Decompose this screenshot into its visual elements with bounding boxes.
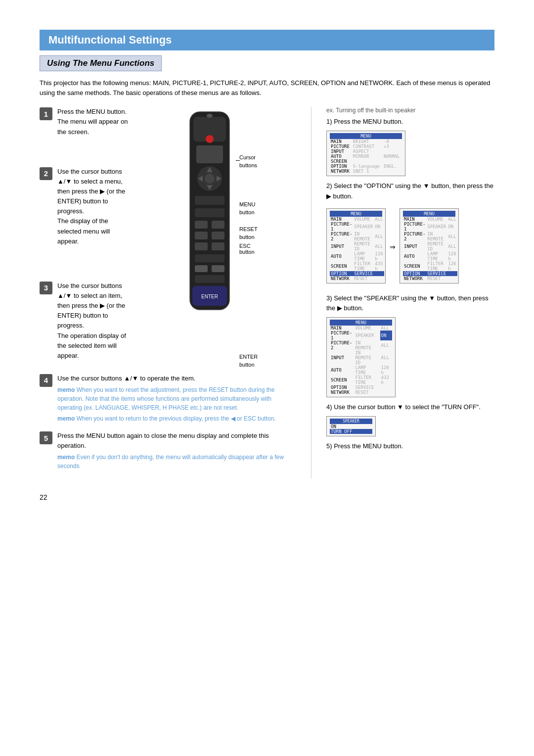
svg-rect-14: [212, 221, 224, 229]
right-step-3: 3) Select the "SPEAKER" using the ▼ butt…: [326, 293, 494, 313]
right-step-2: 2) Select the "OPTION" using the ▼ butto…: [326, 181, 494, 201]
step-5-text: Press the MENU button again to close the…: [57, 431, 296, 471]
right-step-5-num: 5): [326, 442, 334, 450]
right-step-3-num: 3): [326, 294, 334, 302]
step-5-memo: memo Even if you don't do anything, the …: [57, 453, 296, 471]
mini-menu-3: MENU MAINVOLUMEALL PICTURE-1SPEAKERON PI…: [326, 317, 396, 397]
svg-text:ENTER: ENTER: [201, 294, 218, 299]
mini-menu-4: SPEAKER ON TURN OFF: [326, 416, 376, 436]
step-2-text: Use the cursor buttons▲/▼ to select a me…: [57, 167, 178, 246]
svg-rect-12: [195, 208, 224, 217]
step-4-text: Use the cursor buttons ▲/▼ to operate th…: [57, 374, 296, 423]
svg-rect-21: [212, 265, 224, 272]
right-column: ex. Turning off the built-in speaker 1) …: [326, 107, 494, 478]
example-title: ex. Turning off the built-in speaker: [326, 107, 494, 114]
svg-rect-15: [195, 232, 208, 239]
step-5-row: 5 Press the MENU button again to close t…: [40, 431, 296, 471]
svg-rect-13: [195, 221, 208, 229]
mini-menu-2-row: MENU MAINVOLUMEALL PICTURE-1SPEAKERON PI…: [326, 205, 494, 288]
vertical-divider: [311, 107, 312, 478]
svg-rect-17: [195, 242, 208, 250]
step-2-row: 2 Use the cursor buttons▲/▼ to select a …: [40, 167, 178, 246]
step-1-number: 1: [40, 107, 52, 120]
right-step-4: 4) Use the cursor button ▼ to select the…: [326, 402, 494, 412]
step-4-row: 4 Use the cursor buttons ▲/▼ to operate …: [40, 374, 296, 423]
step-1-row: 1 Press the MENU button.The menu will ap…: [40, 107, 178, 137]
svg-point-2: [207, 114, 213, 118]
cursor-line: [236, 160, 240, 161]
svg-rect-3: [196, 145, 223, 163]
mini-menu-2b: MENU MAINVOLUMEALL PICTURE-1SPEAKERON PI…: [400, 208, 459, 284]
remote-control-area: ENTER Cursorbuttons MENUbutton RESETbutt…: [182, 107, 296, 369]
step-3-number: 3: [40, 282, 52, 294]
remote-control-svg: ENTER: [182, 107, 237, 315]
left-column: 1 Press the MENU button.The menu will ap…: [40, 107, 296, 478]
step-5-number: 5: [40, 431, 52, 444]
svg-rect-20: [195, 265, 208, 272]
step-3-text: Use the cursor buttons▲/▼ to select an i…: [57, 281, 178, 361]
svg-rect-22: [195, 275, 224, 283]
section-title: Multifunctional Settings: [40, 30, 494, 50]
svg-point-10: [205, 174, 215, 184]
mini-menu-2a: MENU MAINVOLUMEALL PICTURE-1SPEAKERON PI…: [326, 208, 386, 284]
right-step-4-num: 4): [326, 403, 334, 411]
mini-menu-1: MENU MAINBRIGHT-0 PICTURECONTRAST+3 INPU…: [326, 131, 405, 176]
right-step-1-num: 1): [326, 118, 334, 125]
step-3-row: 3 Use the cursor buttons▲/▼ to select an…: [40, 281, 178, 361]
steps-list: 1 Press the MENU button.The menu will ap…: [40, 107, 178, 369]
intro-text: This projector has the following menus: …: [40, 78, 494, 98]
svg-rect-11: [195, 196, 224, 205]
step-1-text: Press the MENU button.The menu will appe…: [57, 107, 178, 137]
page-number: 22: [40, 493, 494, 501]
subsection-title: Using The Menu Functions: [40, 55, 162, 71]
main-content: 1 Press the MENU button.The menu will ap…: [40, 107, 494, 478]
esc-button-label: ESC button: [239, 243, 255, 255]
menu-button-label: MENUbutton: [239, 201, 255, 216]
right-step-1: 1) Press the MENU button.: [326, 117, 494, 127]
step-4-number: 4: [40, 374, 52, 387]
step-2-number: 2: [40, 167, 52, 180]
step-4-memo-1: memo When you want to reset the adjustme…: [57, 385, 296, 412]
cursor-buttons-label: Cursorbuttons: [239, 154, 257, 169]
svg-rect-18: [212, 242, 224, 250]
page-container: Multifunctional Settings Using The Menu …: [0, 0, 534, 531]
right-step-5: 5) Press the MENU button.: [326, 441, 494, 451]
enter-button-label: ENTERbutton: [239, 353, 258, 369]
svg-rect-16: [212, 232, 224, 239]
reset-button-label: RESETbutton: [239, 226, 258, 241]
svg-point-4: [206, 135, 214, 143]
svg-rect-19: [195, 254, 224, 262]
right-step-2-num: 2): [326, 182, 334, 189]
step-4-memo-2: memo When you want to return to the prev…: [57, 414, 296, 423]
